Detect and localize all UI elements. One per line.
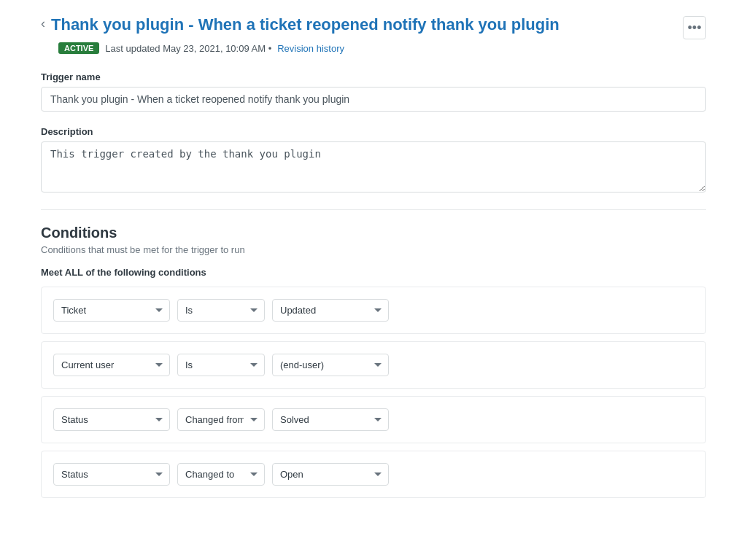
header-left: ‹ Thank you plugin - When a ticket reope… <box>41 15 560 36</box>
trigger-name-input[interactable] <box>41 87 706 112</box>
header-row: ‹ Thank you plugin - When a ticket reope… <box>41 15 706 39</box>
condition-4-operator-select[interactable]: Is Is not Changed from Changed to <box>177 463 265 486</box>
last-updated-text: Last updated May 23, 2021, 10:09 AM • <box>105 43 271 54</box>
conditions-section: Conditions Conditions that must be met f… <box>41 225 706 498</box>
condition-4-field-select[interactable]: Ticket Current user Status Assignee Prio… <box>53 463 170 486</box>
description-section: Description This trigger created by the … <box>41 126 706 195</box>
condition-row-3: Ticket Current user Status Assignee Prio… <box>41 396 706 443</box>
meet-all-label: Meet ALL of the following conditions <box>41 267 706 278</box>
more-options-icon: ••• <box>688 20 702 36</box>
status-badge: Active <box>58 42 99 54</box>
condition-4-value-select[interactable]: Solved Open Pending New Closed <box>272 463 389 486</box>
description-input[interactable]: This trigger created by the thank you pl… <box>41 141 706 192</box>
condition-row-1: Ticket Current user Status Assignee Prio… <box>41 287 706 334</box>
revision-history-link[interactable]: Revision history <box>277 43 344 54</box>
condition-1-operator-select[interactable]: Is Is not Changed from Changed to <box>177 299 265 322</box>
more-options-button[interactable]: ••• <box>683 16 706 39</box>
condition-2-value-select[interactable]: (end-user) (agent) (admin) <box>272 354 389 376</box>
condition-3-operator-select[interactable]: Is Is not Changed from Changed to <box>177 408 265 431</box>
trigger-name-section: Trigger name <box>41 71 706 112</box>
condition-2-operator-select[interactable]: Is Is not Changed from Changed to <box>177 354 265 376</box>
condition-3-field-select[interactable]: Ticket Current user Status Assignee Prio… <box>53 408 170 431</box>
condition-row-2: Ticket Current user Status Assignee Prio… <box>41 341 706 389</box>
page-title: Thank you plugin - When a ticket reopene… <box>51 15 560 36</box>
condition-row-4: Ticket Current user Status Assignee Prio… <box>41 451 706 498</box>
condition-2-field-select[interactable]: Ticket Current user Status Assignee Prio… <box>53 354 170 376</box>
back-arrow-icon[interactable]: ‹ <box>41 16 45 31</box>
trigger-name-label: Trigger name <box>41 71 706 82</box>
conditions-title: Conditions <box>41 225 706 241</box>
condition-1-field-select[interactable]: Ticket Current user Status Assignee Prio… <box>53 299 170 322</box>
subtitle-row: Active Last updated May 23, 2021, 10:09 … <box>58 42 706 54</box>
page-container: ‹ Thank you plugin - When a ticket reope… <box>23 0 724 520</box>
condition-1-value-select[interactable]: Updated Created Solved <box>272 299 389 322</box>
section-divider <box>41 209 706 210</box>
description-label: Description <box>41 126 706 137</box>
condition-3-value-select[interactable]: Solved Open Pending New Closed <box>272 408 389 431</box>
conditions-subtitle: Conditions that must be met for the trig… <box>41 244 706 255</box>
